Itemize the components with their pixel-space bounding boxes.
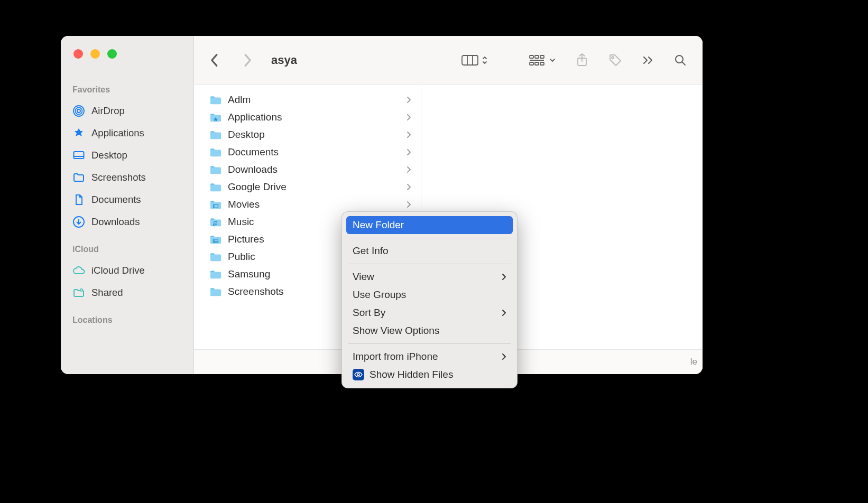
- status-text: le: [690, 357, 697, 367]
- svg-point-25: [217, 206, 217, 207]
- sidebar-item-label: Documents: [91, 194, 141, 206]
- apps-icon: [72, 127, 85, 139]
- menu-item[interactable]: Show Hidden Files: [346, 366, 513, 384]
- svg-rect-15: [535, 62, 539, 65]
- item-label: Adlm: [228, 94, 401, 106]
- list-item[interactable]: Movies: [194, 195, 421, 213]
- menu-separator: [348, 264, 511, 264]
- svg-rect-3: [74, 152, 84, 159]
- sidebar-item-label: Shared: [91, 287, 123, 299]
- folder-icon: [209, 129, 223, 141]
- menu-item[interactable]: Get Info: [346, 242, 513, 260]
- menu-separator: [348, 343, 511, 344]
- toolbar: asya: [194, 36, 703, 85]
- sidebar-item-airdrop[interactable]: AirDrop: [61, 100, 193, 122]
- menu-item-label: Import from iPhone: [353, 351, 496, 362]
- list-item[interactable]: Google Drive: [194, 178, 421, 195]
- menu-item[interactable]: Sort By: [346, 304, 513, 322]
- view-columns-button[interactable]: [459, 52, 490, 68]
- group-icon: [529, 54, 545, 66]
- menu-item-label: View: [353, 271, 496, 283]
- item-label: Google Drive: [228, 181, 401, 193]
- menu-item[interactable]: Show View Options: [346, 322, 513, 340]
- folder-icon: [209, 164, 223, 175]
- chevron-right-icon: [406, 201, 411, 208]
- svg-point-0: [77, 109, 80, 113]
- folder-icon: [209, 111, 223, 123]
- sidebar-item-documents[interactable]: Documents: [61, 189, 193, 211]
- item-label: Downloads: [228, 164, 401, 175]
- sidebar-item-shared[interactable]: Shared: [61, 282, 193, 304]
- chevron-right-icon: [501, 353, 506, 360]
- chevron-right-icon: [406, 166, 411, 173]
- window-title: asya: [271, 53, 297, 67]
- chevron-right-icon: [501, 309, 506, 316]
- item-label: Movies: [228, 199, 401, 210]
- tags-button[interactable]: [606, 52, 624, 68]
- sidebar-item-label: Downloads: [91, 216, 140, 228]
- sidebar-item-icloud-drive[interactable]: iCloud Drive: [61, 259, 193, 282]
- menu-item-label: Sort By: [353, 307, 496, 319]
- more-button[interactable]: [640, 52, 656, 68]
- folder-icon: [209, 199, 223, 210]
- svg-point-24: [217, 205, 217, 206]
- context-menu: New FolderGet InfoViewUse GroupsSort ByS…: [341, 211, 518, 388]
- forward-button[interactable]: [241, 53, 254, 67]
- folder-icon: [209, 234, 223, 245]
- sidebar-item-screenshots[interactable]: Screenshots: [61, 166, 193, 189]
- chevron-right-icon: [406, 183, 411, 191]
- item-label: Applications: [228, 111, 401, 123]
- item-label: Desktop: [228, 129, 401, 141]
- chevron-down-icon: [549, 58, 556, 63]
- svg-point-1: [76, 108, 82, 115]
- menu-item-label: Get Info: [353, 245, 506, 257]
- menu-item[interactable]: Use Groups: [346, 286, 513, 304]
- chevron-left-icon: [210, 53, 219, 67]
- folder-icon: [209, 216, 223, 228]
- list-item[interactable]: Downloads: [194, 161, 421, 178]
- chevrons-right-icon: [642, 55, 654, 66]
- cloud-icon: [72, 264, 85, 277]
- sidebar-item-label: Desktop: [91, 150, 127, 161]
- minimize-button[interactable]: [90, 49, 100, 59]
- search-button[interactable]: [672, 52, 689, 68]
- back-button[interactable]: [208, 53, 221, 67]
- sidebar-item-applications[interactable]: Applications: [61, 122, 193, 144]
- list-item[interactable]: Applications: [194, 108, 421, 126]
- sidebar-item-downloads[interactable]: Downloads: [61, 211, 193, 233]
- desktop-icon: [72, 149, 85, 162]
- chevron-right-icon: [406, 148, 411, 156]
- eye-icon: [353, 369, 364, 380]
- share-button[interactable]: [574, 52, 590, 68]
- menu-item[interactable]: Import from iPhone: [346, 348, 513, 366]
- sidebar-item-label: Screenshots: [91, 172, 146, 183]
- chevron-right-icon: [406, 131, 411, 138]
- close-button[interactable]: [73, 49, 83, 59]
- svg-point-18: [612, 57, 614, 59]
- item-label: Documents: [228, 146, 401, 158]
- share-icon: [576, 53, 588, 68]
- svg-rect-12: [540, 55, 544, 58]
- list-item[interactable]: Adlm: [194, 91, 421, 108]
- chevron-right-icon: [406, 114, 411, 121]
- search-icon: [674, 54, 687, 67]
- list-item[interactable]: Desktop: [194, 126, 421, 143]
- menu-item[interactable]: View: [346, 268, 513, 286]
- tag-icon: [608, 53, 622, 67]
- columns-icon: [461, 54, 478, 66]
- shared-icon: [72, 286, 85, 299]
- sidebar-section-label: Favorites: [72, 85, 193, 95]
- group-button[interactable]: [527, 52, 558, 68]
- svg-point-22: [214, 205, 215, 206]
- folder-icon: [209, 146, 223, 158]
- menu-item[interactable]: New Folder: [346, 216, 513, 234]
- menu-item-label: New Folder: [353, 219, 506, 231]
- list-item[interactable]: Documents: [194, 143, 421, 161]
- folder-icon: [209, 94, 223, 106]
- svg-point-28: [357, 374, 359, 376]
- zoom-button[interactable]: [107, 49, 117, 59]
- folder-icon: [209, 251, 223, 263]
- sidebar-item-desktop[interactable]: Desktop: [61, 144, 193, 166]
- airdrop-icon: [72, 105, 85, 117]
- svg-rect-7: [462, 55, 478, 65]
